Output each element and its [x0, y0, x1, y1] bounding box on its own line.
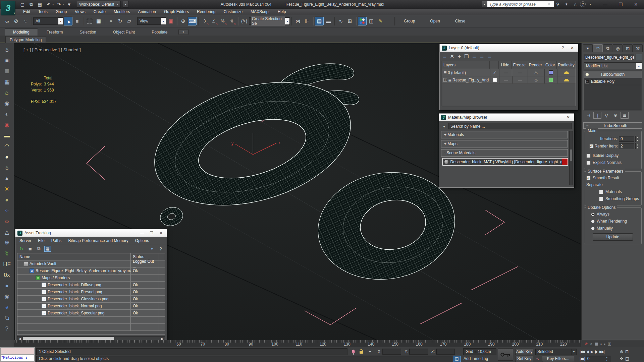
new-file-icon[interactable]: ▢ [19, 1, 26, 8]
always-radio[interactable] [591, 213, 595, 216]
left-toolbar-icon[interactable]: 0x [1, 270, 13, 280]
configure-modifier-sets-icon[interactable]: ▦ [621, 112, 629, 119]
use-pivot-center-icon[interactable]: ▣ [166, 17, 175, 25]
angle-snap-icon[interactable]: ∠∩ [209, 17, 218, 25]
listener-script-line[interactable]: "Malicious s [0, 355, 35, 362]
select-objects-in-layer-icon[interactable]: ❏ [464, 53, 469, 59]
separate-materials-checkbox[interactable] [599, 190, 603, 194]
tab-display-icon[interactable]: ⊡ [623, 44, 633, 52]
menu-item[interactable]: Animation [135, 9, 160, 14]
key-tools4-icon[interactable]: ◫ [608, 342, 611, 346]
asset-menu-item[interactable]: Paths [49, 238, 64, 243]
left-toolbar-icon[interactable]: ♨ [1, 163, 13, 173]
select-and-manipulate-icon[interactable]: ⊕ [179, 17, 187, 25]
left-toolbar-icon[interactable]: ◉ [1, 291, 13, 302]
menu-item[interactable]: Edit [19, 9, 34, 14]
ribbon-tab-freeform[interactable]: Freeform [39, 29, 71, 36]
left-toolbar-icon[interactable]: ● [1, 195, 13, 205]
curve-editor-icon[interactable]: ∿ [336, 17, 345, 25]
undo-dropdown-icon[interactable]: ▾ [52, 3, 54, 6]
select-and-scale-icon[interactable]: ▱ [125, 17, 133, 25]
refresh-icon[interactable]: ↻ [18, 246, 25, 252]
material-browser-close-icon[interactable]: ✕ [565, 115, 572, 120]
asset-minimize-icon[interactable]: — [139, 231, 146, 235]
asset-help-icon[interactable]: ? [157, 246, 164, 252]
timeline-ruler[interactable]: 6070809010011012013014015016017018019020… [14, 340, 581, 347]
asset-row[interactable]: ≋Maps / Shaders [17, 275, 165, 282]
left-toolbar-icon[interactable]: ? [1, 323, 13, 334]
key-mode-toggle-icon[interactable]: |◀▶| [580, 357, 585, 361]
render-iters-input[interactable]: 2 [619, 143, 634, 149]
left-toolbar-icon[interactable]: ▲ [1, 173, 13, 184]
col-color[interactable]: Color [544, 61, 557, 69]
ribbon-tab-object-paint[interactable]: Object Paint [105, 29, 143, 36]
left-toolbar-icon[interactable]: ● [1, 281, 13, 291]
schematic-view-icon[interactable]: ⊞ [345, 17, 354, 25]
menu-item[interactable]: Rendering [193, 9, 219, 14]
named-selection-set-dropdown[interactable]: Create Selection Se ▾ [249, 17, 290, 25]
project-folder-icon[interactable]: ▼ [65, 1, 73, 8]
left-toolbar-icon[interactable]: ⁘ [1, 205, 13, 216]
left-toolbar-icon[interactable]: ▬ [1, 130, 13, 141]
layer-explorer-icon[interactable]: ▤ [315, 17, 324, 25]
bind-to-spacewarp-icon[interactable]: ≈ [21, 17, 30, 25]
tab-utilities-icon[interactable]: ⚒ [633, 44, 643, 52]
asset-menu-item[interactable]: Server [17, 238, 34, 243]
asset-tracking-titlebar[interactable]: 3 Asset Tracking — ❐ ✕ [15, 229, 167, 237]
undo-icon[interactable]: ↶ [45, 1, 52, 8]
menu-item[interactable]: Graph Editors [160, 9, 193, 14]
left-toolbar-icon[interactable]: ≣ [1, 66, 13, 76]
polygon-modeling-panel[interactable]: Polygon Modeling [5, 36, 46, 43]
explicit-normals-checkbox[interactable] [586, 161, 591, 165]
col-name[interactable]: Name [17, 253, 131, 260]
left-toolbar-icon[interactable]: ❋ [1, 238, 13, 248]
manually-radio[interactable] [591, 227, 595, 230]
application-menu-logo[interactable]: 3 ▾ [1, 1, 15, 15]
add-selection-to-layer-icon[interactable]: + [458, 53, 461, 60]
tab-modify-icon[interactable]: ◠ [593, 44, 603, 52]
close-icon[interactable]: ✕ [633, 2, 639, 7]
asset-menu-item[interactable]: Bitmap Performance and Memory [65, 238, 131, 243]
layer-row-default[interactable]: ≣0 (default) ✓ — — ♨ [442, 69, 576, 76]
turbosmooth-rollout-header[interactable]: − TurboSmooth [583, 122, 642, 129]
menu-item[interactable]: Group [52, 9, 70, 14]
expand-layer-icon[interactable]: + [443, 78, 447, 82]
window-crossing-icon[interactable]: ▣ [94, 17, 103, 25]
maximize-viewport-toggle-icon[interactable]: ◱ [625, 356, 629, 361]
x-coordinate-input[interactable] [382, 349, 401, 355]
select-by-name-icon[interactable]: ≡ [73, 17, 82, 25]
asset-row[interactable]: ▪Descender_black_Diffuse.png Ok [17, 282, 165, 289]
report-view-icon[interactable]: ≣ [27, 246, 34, 252]
render-iters-checkbox[interactable]: ✓ [589, 144, 594, 148]
update-button[interactable]: Update [593, 233, 633, 241]
render-teapot-cell-icon[interactable]: ♨ [528, 69, 545, 76]
layer-row-rescue[interactable]: +≣Rescue_Fig...y_And — — ♨ [442, 76, 576, 84]
rectangular-selection-icon[interactable] [85, 17, 94, 25]
iterations-input[interactable]: 0 [619, 136, 634, 142]
left-toolbar-icon[interactable]: ◐ [1, 109, 13, 119]
save-file-icon[interactable]: ▦ [36, 1, 44, 8]
add-time-tag[interactable]: Add Time Tag [464, 356, 488, 361]
col-radiosity[interactable]: Radiosity [557, 61, 576, 69]
key-tools2-icon[interactable]: ▪ [600, 342, 602, 346]
mirror-icon[interactable]: ⋈ [293, 17, 302, 25]
go-to-end-icon[interactable]: ▶▶| [599, 350, 604, 354]
ribbon-tab-selection[interactable]: Selection [71, 29, 104, 36]
minimize-icon[interactable]: — [602, 2, 608, 7]
reference-coordinate-dropdown[interactable]: View ▾ [137, 17, 166, 25]
layer-help-icon[interactable]: ? [559, 46, 567, 50]
selection-filter-dropdown[interactable]: All ▾ [33, 17, 63, 25]
scene-material-item[interactable]: Descender_black_MAT ( VRayMtl ) [Descend… [442, 158, 568, 166]
select-and-rotate-icon[interactable]: ↻ [116, 17, 124, 25]
next-frame-icon[interactable]: |▶ [595, 350, 597, 354]
tab-hierarchy-icon[interactable]: ⧉ [603, 44, 613, 52]
group-button[interactable]: Group [396, 19, 422, 23]
ribbon-toggle-icon[interactable]: ▬ [324, 17, 333, 25]
y-coordinate-input[interactable] [409, 349, 428, 355]
open-file-icon[interactable]: ⧉ [28, 1, 35, 8]
layer-dialog-titlebar[interactable]: 3 Layer: 0 (default) ? ✕ [440, 44, 578, 52]
object-color-swatch[interactable] [636, 54, 642, 60]
workspace-dropdown[interactable]: Workspace: Default ▾ [77, 1, 121, 8]
left-toolbar-icon[interactable]: ⌂ [1, 87, 13, 98]
left-toolbar-icon[interactable]: ◕ [1, 302, 13, 312]
